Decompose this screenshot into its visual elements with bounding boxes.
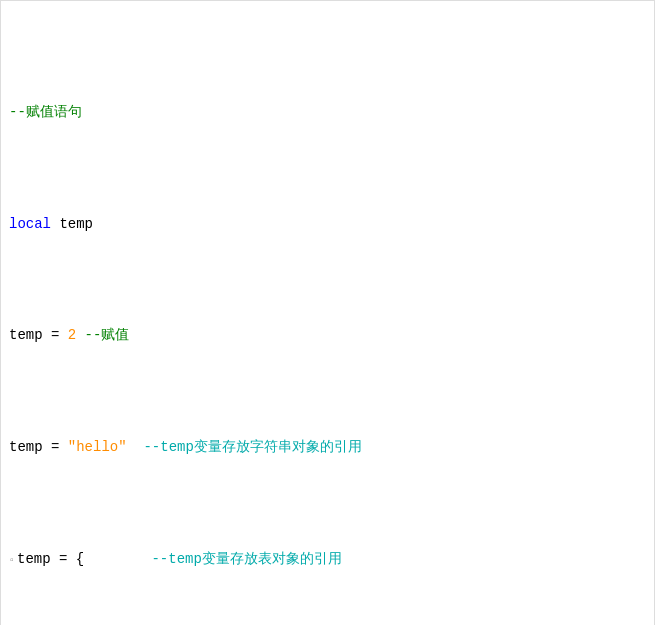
line-2-var: temp [51,213,93,235]
code-block: --赋值语句 local temp temp = 2 --赋值 temp = "… [9,11,644,625]
line-1: --赋值语句 [9,101,644,123]
fold-icon[interactable]: ▫ [9,553,15,569]
code-container: --赋值语句 local temp temp = 2 --赋值 temp = "… [0,0,655,625]
line-3: temp = 2 --赋值 [9,324,644,346]
line-2: local temp [9,213,644,235]
line-1-content: --赋值语句 [9,101,82,123]
line-5-comment: --temp变量存放表对象的引用 [84,548,342,570]
line-5: ▫temp = { --temp变量存放表对象的引用 [9,548,644,570]
line-3-comment: --赋值 [76,324,129,346]
line-3-num: 2 [68,324,76,346]
line-5-var: temp = { [17,548,84,570]
line-3-var: temp = [9,324,68,346]
line-4-comment: --temp变量存放字符串对象的引用 [127,436,362,458]
line-4-var: temp = [9,436,68,458]
line-4-str: "hello" [68,436,127,458]
line-2-keyword: local [9,213,51,235]
line-4: temp = "hello" --temp变量存放字符串对象的引用 [9,436,644,458]
